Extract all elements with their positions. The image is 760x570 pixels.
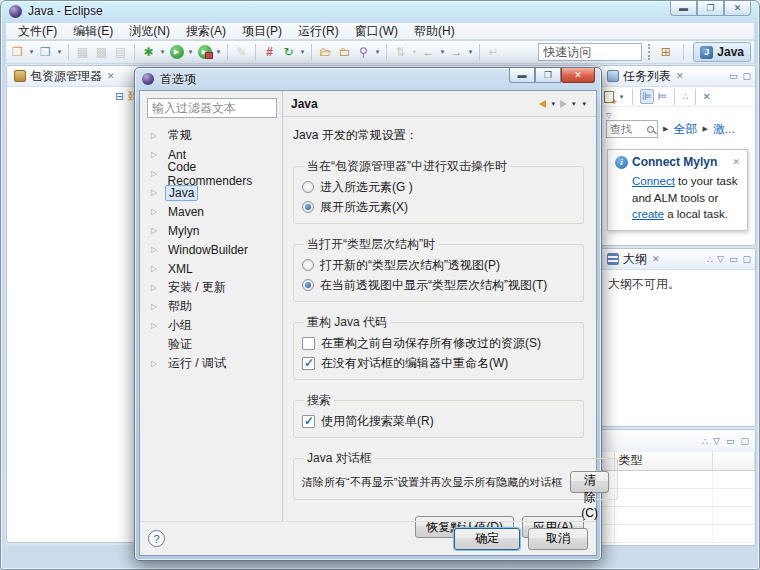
dialog-minimize-button[interactable]: ▬ <box>509 68 535 83</box>
filter-icon[interactable]: ∴ <box>702 436 707 447</box>
update-snippets-dropdown[interactable]: ▾ <box>299 48 306 56</box>
new-wizard-dropdown[interactable]: ▾ <box>28 48 35 56</box>
view-menu-icon[interactable]: ▽ <box>713 436 720 446</box>
radio-expand-element[interactable]: 展开所选元素(X) <box>302 197 575 217</box>
minimize-view-icon[interactable]: ▭ <box>729 71 738 81</box>
expand-arrow-icon[interactable]: ▷ <box>151 359 160 368</box>
tab-close-icon[interactable]: ✕ <box>675 71 685 81</box>
view-menu-icon[interactable]: ▽ <box>717 254 724 264</box>
ok-button[interactable]: 确定 <box>454 528 520 550</box>
tab-task-list[interactable]: 任务列表 ✕ <box>604 66 688 86</box>
tree-item-windowbuilder[interactable]: ▷WindowBuilder <box>147 240 282 259</box>
find-box[interactable] <box>606 120 658 138</box>
debug-icon[interactable]: ✱ <box>140 43 157 61</box>
update-snippets-icon[interactable]: ↻ <box>280 43 297 61</box>
save-all-icon[interactable]: ▩ <box>93 43 110 61</box>
back-icon[interactable] <box>539 100 546 108</box>
dialog-maximize-button[interactable]: ❐ <box>535 68 561 83</box>
tab-close-icon[interactable]: ✕ <box>106 71 116 81</box>
collapse-all-icon[interactable]: ✕ <box>703 91 711 102</box>
next-annotation-dropdown[interactable]: ▾ <box>411 48 418 56</box>
radio-open-perspective[interactable]: 打开新的“类型层次结构”透视图(P) <box>302 255 575 275</box>
expand-arrow-icon[interactable]: ▷ <box>151 321 160 330</box>
search-wand-dropdown[interactable]: ▾ <box>374 48 381 56</box>
new-task-dropdown[interactable]: ▾ <box>618 93 625 101</box>
clear-button[interactable]: 清除(C) <box>570 471 609 493</box>
menu-help[interactable]: 帮助(H) <box>406 22 463 41</box>
debug-dropdown[interactable]: ▾ <box>159 48 166 56</box>
checkbox-icon[interactable] <box>302 357 315 370</box>
expand-arrow-icon[interactable]: ▷ <box>151 150 160 159</box>
expand-arrow-icon[interactable]: ▷ <box>151 264 160 273</box>
close-icon[interactable]: ✕ <box>732 157 740 167</box>
tree-item-validation[interactable]: ▷验证 <box>147 335 282 354</box>
open-project-icon[interactable]: 🗀 <box>336 43 353 61</box>
scheduled-view-icon[interactable]: ⊨ <box>658 90 668 103</box>
expand-arrow-icon[interactable]: ▷ <box>151 226 160 235</box>
tree-item-help[interactable]: ▷帮助 <box>147 297 282 316</box>
tree-item-code-recommenders[interactable]: ▷Code Recommenders <box>147 164 282 183</box>
maximize-view-icon[interactable]: ▢ <box>742 254 751 264</box>
checkbox-icon[interactable] <box>302 415 315 428</box>
open-type-icon[interactable]: # <box>261 43 278 61</box>
forward-dropdown[interactable]: ▾ <box>467 48 474 56</box>
new-task-icon[interactable] <box>604 91 614 103</box>
radio-icon[interactable] <box>302 279 314 291</box>
column-type[interactable]: 类型 <box>614 452 712 470</box>
menu-file[interactable]: 文件(F) <box>10 22 65 41</box>
radio-icon[interactable] <box>302 259 314 271</box>
run-dropdown[interactable]: ▾ <box>187 48 194 56</box>
menu-edit[interactable]: 编辑(E) <box>65 22 121 41</box>
print-icon[interactable]: ▤ <box>112 43 129 61</box>
link-activated[interactable]: 激... <box>713 121 735 138</box>
forward-dropdown[interactable]: ▾ <box>572 100 576 108</box>
maximize-button[interactable]: ❐ <box>697 1 724 16</box>
find-input[interactable] <box>610 123 640 135</box>
window-titlebar[interactable]: Java - Eclipse <box>1 1 759 21</box>
tree-item-mylyn[interactable]: ▷Mylyn <box>147 221 282 240</box>
focus-icon[interactable]: ∴ <box>707 254 712 265</box>
minimize-view-icon[interactable]: ▭ <box>729 254 738 264</box>
expand-arrow-icon[interactable]: ▷ <box>151 169 160 178</box>
focus-workweek-icon[interactable]: ∴ <box>682 91 687 102</box>
expand-arrow-icon[interactable]: ▷ <box>151 188 160 197</box>
maximize-view-icon[interactable]: ▢ <box>742 71 751 81</box>
categorized-view-icon[interactable]: ⊫ <box>640 89 654 104</box>
back-icon[interactable]: ← <box>420 43 437 61</box>
tree-item-xml[interactable]: ▷XML <box>147 259 282 278</box>
tab-close-icon[interactable]: ✕ <box>651 254 661 264</box>
minimize-view-icon[interactable]: ▭ <box>726 436 735 446</box>
tree-item-install-update[interactable]: ▷安装 / 更新 <box>147 278 282 297</box>
new-wizard-icon[interactable]: ❐ <box>9 43 26 61</box>
radio-icon[interactable] <box>302 181 314 193</box>
create-link[interactable]: create <box>632 208 664 220</box>
tree-item-general[interactable]: ▷常规 <box>147 126 282 145</box>
connect-link[interactable]: Connect <box>632 175 675 187</box>
dialog-close-button[interactable]: ✕ <box>561 68 595 83</box>
checkbox-rename-inline[interactable]: 在没有对话框的编辑器中重命名(W) <box>302 353 575 373</box>
run-icon[interactable]: ▶ <box>168 43 185 61</box>
tab-outline[interactable]: 大纲 ✕ <box>604 249 664 269</box>
checkbox-simple-search-menu[interactable]: 使用简化搜索菜单(R) <box>302 411 575 431</box>
external-tools-icon[interactable]: ▶ <box>196 43 213 61</box>
minimize-button[interactable]: ▬ <box>670 1 697 16</box>
expand-arrow-icon[interactable]: ▷ <box>151 207 160 216</box>
help-button[interactable]: ? <box>148 530 165 547</box>
checkbox-autosave[interactable]: 在重构之前自动保存所有修改过的资源(S) <box>302 333 575 353</box>
menu-window[interactable]: 窗口(W) <box>347 22 406 41</box>
external-tools-dropdown[interactable]: ▾ <box>215 48 222 56</box>
last-edit-location-icon[interactable]: ↵ <box>485 43 502 61</box>
mark-occurrences-icon[interactable]: ✎ <box>233 43 250 61</box>
java-perspective-button[interactable]: J Java <box>693 42 751 62</box>
collapse-all-icon[interactable]: ⊟ <box>115 90 124 103</box>
close-button[interactable]: ✕ <box>724 1 751 16</box>
tree-item-team[interactable]: ▷小组 <box>147 316 282 335</box>
quick-access-input[interactable] <box>538 43 642 61</box>
save-icon[interactable]: ▦ <box>74 43 91 61</box>
new-java-element-icon[interactable]: ❒ <box>37 43 54 61</box>
radio-show-in-view[interactable]: 在当前透视图中显示“类型层次结构”视图(T) <box>302 275 575 295</box>
menu-run[interactable]: 运行(R) <box>290 22 347 41</box>
expand-arrow-icon[interactable]: ▷ <box>151 283 160 292</box>
back-dropdown[interactable]: ▾ <box>551 100 555 108</box>
tab-package-explorer[interactable]: 包资源管理器 ✕ <box>11 66 119 86</box>
